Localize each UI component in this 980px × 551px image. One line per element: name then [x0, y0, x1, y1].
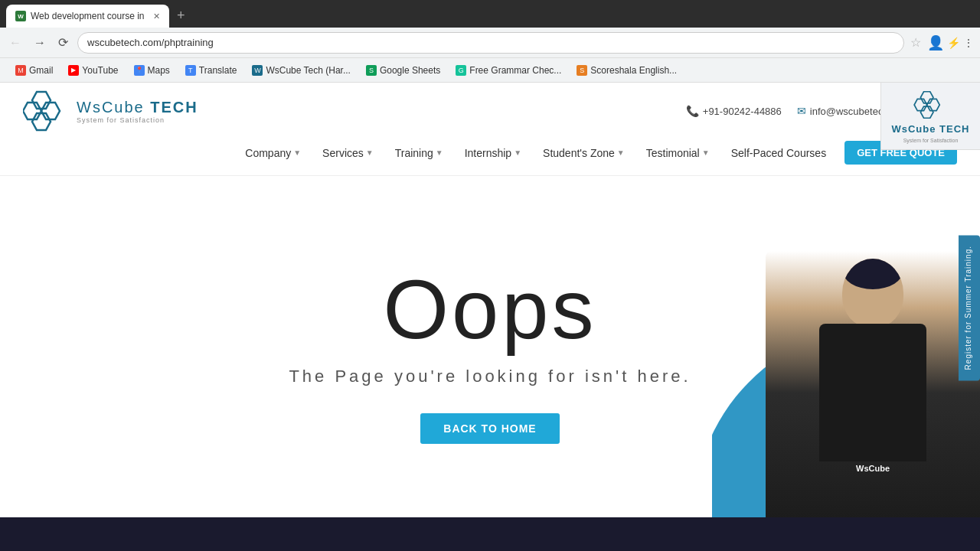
bookmark-gmail-label: Gmail: [29, 65, 53, 76]
bookmark-grammar-label: Free Grammar Chec...: [469, 65, 561, 76]
bookmark-youtube-label: YouTube: [82, 65, 118, 76]
nav-item-students-zone[interactable]: Student's Zone ▼: [534, 142, 634, 164]
main-navigation: Company ▼ Services ▼ Training ▼ Internsh…: [236, 136, 957, 169]
nav-students-zone-label: Student's Zone: [543, 147, 615, 159]
bookmark-scoreshala[interactable]: S Scoreshala English...: [570, 63, 683, 78]
forward-button[interactable]: →: [31, 33, 49, 53]
nav-item-self-paced[interactable]: Self-Paced Courses: [722, 142, 836, 164]
bookmark-maps-label: Maps: [148, 65, 170, 76]
profile-icon[interactable]: 👤: [927, 34, 944, 51]
logo-area[interactable]: WsCube TECH System for Satisfaction: [23, 89, 198, 133]
nav-item-testimonial[interactable]: Testimonial ▼: [637, 142, 719, 164]
svg-marker-3: [32, 113, 51, 130]
bookmark-maps[interactable]: 📍 Maps: [128, 63, 176, 78]
back-button[interactable]: ←: [6, 33, 24, 53]
top-right-logo-tagline: System for Satisfaction: [903, 138, 959, 143]
top-right-logo-text: WsCube TECH: [891, 123, 969, 135]
address-input[interactable]: [77, 32, 904, 54]
nav-item-company[interactable]: Company ▼: [236, 142, 310, 164]
svg-marker-1: [23, 103, 41, 119]
website-content: WsCube TECH System for Satisfaction 📞 +9…: [0, 83, 980, 517]
refresh-button[interactable]: ⟳: [55, 32, 71, 53]
svg-marker-8: [914, 99, 927, 110]
logo-tagline: System for Satisfaction: [77, 116, 198, 124]
logo-tech-text: TECH: [150, 99, 198, 116]
presenter-image: WsCube: [766, 251, 980, 517]
scoreshala-favicon: S: [577, 65, 587, 76]
bookmark-gmail[interactable]: M Gmail: [9, 63, 59, 78]
nav-testimonial-label: Testimonial: [646, 147, 700, 159]
bookmarks-bar: M Gmail ▶ YouTube 📍 Maps T Translate W W…: [0, 58, 980, 83]
phone-contact[interactable]: 📞 +91-90242-44886: [686, 105, 782, 117]
svg-marker-10: [920, 106, 933, 118]
nav-self-paced-label: Self-Paced Courses: [731, 147, 827, 159]
bookmark-youtube[interactable]: ▶ YouTube: [62, 63, 124, 78]
nav-item-services[interactable]: Services ▼: [313, 142, 383, 164]
bookmark-translate-label: Translate: [199, 65, 237, 76]
oops-heading: Oops: [384, 267, 597, 351]
testimonial-dropdown-arrow: ▼: [702, 148, 710, 157]
gmail-favicon: M: [15, 65, 26, 76]
bookmark-grammar[interactable]: G Free Grammar Chec...: [449, 63, 567, 78]
back-to-home-button[interactable]: BACK TO HOME: [420, 413, 559, 444]
tab-favicon: W: [15, 11, 26, 21]
maps-favicon: 📍: [134, 65, 145, 76]
sidebar-summer-training-tab[interactable]: Register for Summer Training.: [959, 235, 980, 380]
ticker-text: Looking for Digital Marketing Training? …: [0, 528, 980, 541]
bookmark-scoreshala-label: Scoreshala English...: [590, 65, 677, 76]
not-found-message: The Page you're looking for isn't here.: [289, 367, 691, 386]
extensions-icon[interactable]: ⚡: [947, 37, 960, 49]
logo-text-block: WsCube TECH System for Satisfaction: [77, 99, 198, 124]
logo-icon: [23, 89, 70, 133]
wscube-favicon: W: [252, 65, 263, 76]
company-dropdown-arrow: ▼: [293, 148, 301, 157]
bookmark-sheets-label: Google Sheets: [380, 65, 440, 76]
browser-chrome: W Web development course in jod... ✕ +: [0, 0, 980, 28]
bookmark-translate[interactable]: T Translate: [179, 63, 243, 78]
nav-internship-label: Internship: [465, 147, 511, 159]
top-right-logo-icon: [910, 90, 952, 120]
translate-favicon: T: [185, 65, 196, 76]
nav-services-label: Services: [322, 147, 364, 159]
active-tab[interactable]: W Web development course in jod... ✕: [6, 5, 169, 28]
tab-title: Web development course in jod...: [31, 11, 145, 21]
logo-ws-text: WsCube: [77, 99, 145, 116]
youtube-favicon: ▶: [68, 65, 79, 76]
email-icon: ✉: [797, 105, 806, 117]
nav-item-training[interactable]: Training ▼: [386, 142, 452, 164]
tab-bar: W Web development course in jod... ✕ +: [6, 0, 190, 28]
svg-marker-0: [32, 92, 51, 109]
bookmark-star-icon[interactable]: ☆: [910, 35, 921, 50]
address-bar-row: ← → ⟳ ☆ 👤 ⚡ ⋮: [0, 28, 980, 58]
nav-training-label: Training: [395, 147, 433, 159]
bookmark-wscube[interactable]: W WsCube Tech (Har...: [246, 63, 356, 78]
nav-item-internship[interactable]: Internship ▼: [456, 142, 531, 164]
menu-icon[interactable]: ⋮: [963, 37, 974, 49]
nav-company-label: Company: [245, 147, 291, 159]
top-right-logo: WsCube TECH System for Satisfaction: [880, 83, 980, 150]
svg-marker-9: [927, 99, 940, 110]
internship-dropdown-arrow: ▼: [514, 148, 521, 157]
services-dropdown-arrow: ▼: [366, 148, 374, 157]
browser-actions: 👤 ⚡ ⋮: [927, 34, 974, 51]
bookmark-wscube-label: WsCube Tech (Har...: [266, 65, 350, 76]
students-zone-dropdown-arrow: ▼: [617, 148, 625, 157]
phone-icon: 📞: [686, 105, 699, 117]
sheets-favicon: S: [366, 65, 377, 76]
tab-close-button[interactable]: ✕: [153, 11, 160, 21]
site-header: WsCube TECH System for Satisfaction 📞 +9…: [0, 83, 980, 176]
bookmark-sheets[interactable]: S Google Sheets: [360, 63, 446, 78]
new-tab-button[interactable]: +: [172, 8, 190, 24]
bottom-ticker: Looking for Digital Marketing Training? …: [0, 517, 980, 551]
svg-marker-7: [920, 91, 933, 103]
svg-marker-2: [41, 103, 60, 119]
training-dropdown-arrow: ▼: [436, 148, 443, 157]
grammar-favicon: G: [456, 65, 466, 76]
main-error-content: WsCube Oops The Page you're looking for …: [0, 176, 980, 517]
phone-number: +91-90242-44886: [703, 106, 782, 117]
